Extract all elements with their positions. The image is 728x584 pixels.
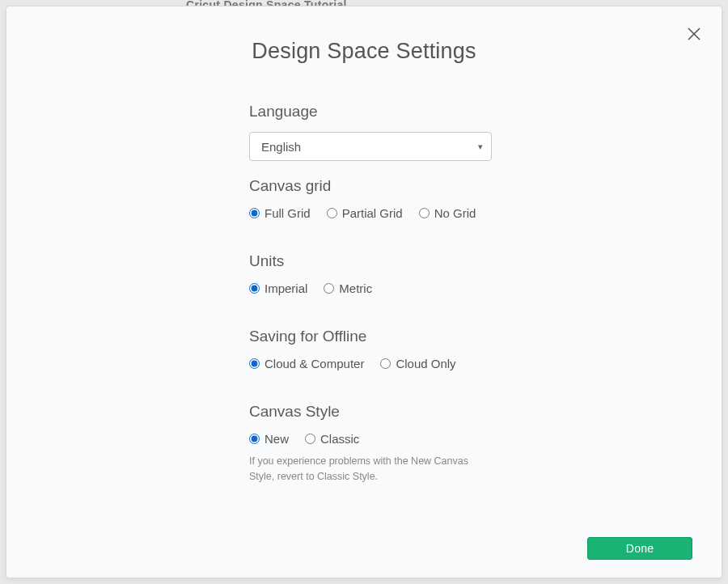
language-select[interactable]: English ▾	[249, 132, 492, 161]
radio-full-grid[interactable]: Full Grid	[249, 206, 311, 220]
radio-metric[interactable]: Metric	[324, 281, 372, 295]
saving-label: Saving for Offline	[249, 328, 492, 345]
radio-imperial[interactable]: Imperial	[249, 281, 307, 295]
radio-label-metric: Metric	[339, 281, 372, 295]
radio-label-imperial: Imperial	[265, 281, 307, 295]
settings-content: Language English ▾ Canvas grid Full Grid…	[249, 103, 492, 485]
section-units: Units Imperial Metric	[249, 252, 492, 295]
canvas-style-help-text: If you experience problems with the New …	[249, 454, 492, 485]
close-icon	[687, 27, 701, 41]
section-language: Language English ▾	[249, 103, 492, 161]
radio-label-partial-grid: Partial Grid	[342, 206, 403, 220]
section-canvas-grid: Canvas grid Full Grid Partial Grid No Gr…	[249, 177, 492, 220]
radio-input-no-grid[interactable]	[419, 208, 430, 218]
chevron-down-icon: ▾	[478, 142, 483, 152]
section-canvas-style: Canvas Style New Classic If you experien…	[249, 403, 492, 485]
saving-options: Cloud & Computer Cloud Only	[249, 357, 492, 370]
canvas-style-options: New Classic	[249, 432, 492, 446]
radio-style-classic[interactable]: Classic	[305, 432, 359, 446]
radio-label-cloud-computer: Cloud & Computer	[265, 357, 364, 370]
radio-label-style-new: New	[265, 432, 289, 446]
radio-cloud-computer[interactable]: Cloud & Computer	[249, 357, 364, 370]
radio-input-full-grid[interactable]	[249, 208, 260, 218]
radio-input-cloud-computer[interactable]	[249, 358, 260, 369]
radio-input-cloud-only[interactable]	[380, 358, 391, 369]
radio-input-imperial[interactable]	[249, 283, 260, 294]
language-selected-value: English	[261, 140, 301, 154]
units-options: Imperial Metric	[249, 281, 492, 295]
modal-title: Design Space Settings	[6, 6, 722, 103]
radio-input-style-classic[interactable]	[305, 434, 315, 444]
canvas-grid-label: Canvas grid	[249, 177, 492, 195]
radio-no-grid[interactable]: No Grid	[419, 206, 476, 220]
radio-label-no-grid: No Grid	[434, 206, 476, 220]
radio-cloud-only[interactable]: Cloud Only	[380, 357, 455, 370]
canvas-style-label: Canvas Style	[249, 403, 492, 421]
close-button[interactable]	[684, 24, 704, 44]
units-label: Units	[249, 252, 492, 270]
radio-partial-grid[interactable]: Partial Grid	[327, 206, 403, 220]
radio-input-metric[interactable]	[324, 283, 334, 294]
radio-label-style-classic: Classic	[320, 432, 359, 446]
radio-input-style-new[interactable]	[249, 434, 260, 444]
done-button-label: Done	[626, 542, 654, 555]
canvas-grid-options: Full Grid Partial Grid No Grid	[249, 206, 492, 220]
radio-style-new[interactable]: New	[249, 432, 289, 446]
done-button[interactable]: Done	[587, 537, 692, 560]
section-saving-offline: Saving for Offline Cloud & Computer Clou…	[249, 328, 492, 370]
radio-input-partial-grid[interactable]	[327, 208, 337, 218]
settings-modal: Design Space Settings Language English ▾…	[6, 6, 722, 578]
radio-label-full-grid: Full Grid	[265, 206, 311, 220]
radio-label-cloud-only: Cloud Only	[396, 357, 455, 370]
language-label: Language	[249, 103, 492, 121]
